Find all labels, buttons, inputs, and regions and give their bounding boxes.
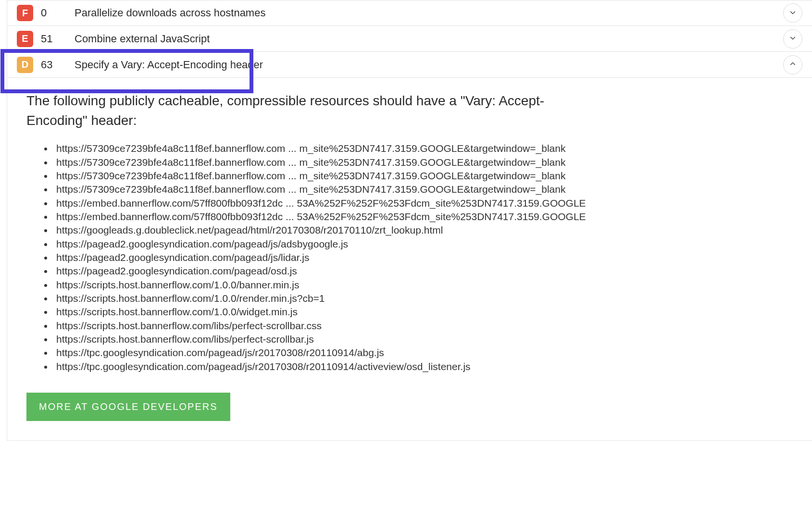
recommendation-row[interactable]: F 0 Parallelize downloads across hostnam… bbox=[7, 0, 812, 26]
grade-badge: D bbox=[17, 57, 33, 73]
score-value: 51 bbox=[33, 33, 75, 45]
resource-url: https://scripts.host.bannerflow.com/1.0.… bbox=[53, 292, 793, 305]
recommendation-title: Combine external JavaScript bbox=[75, 33, 783, 45]
detail-heading: The following publicly cacheable, compre… bbox=[26, 91, 603, 130]
chevron-up-icon bbox=[789, 60, 797, 69]
recommendation-title: Specify a Vary: Accept-Encoding header bbox=[75, 59, 783, 71]
resource-url: https://pagead2.googlesyndication.com/pa… bbox=[53, 264, 793, 278]
resource-url: https://pagead2.googlesyndication.com/pa… bbox=[53, 251, 793, 264]
chevron-down-icon bbox=[789, 34, 797, 43]
resource-url: https://googleads.g.doubleclick.net/page… bbox=[53, 223, 793, 237]
resource-url: https://57309ce7239bfe4a8c11f8ef.bannerf… bbox=[53, 183, 793, 196]
recommendation-row[interactable]: E 51 Combine external JavaScript bbox=[7, 26, 812, 52]
score-value: 63 bbox=[33, 59, 75, 71]
recommendation-title: Parallelize downloads across hostnames bbox=[75, 7, 783, 19]
grade-badge: E bbox=[17, 31, 33, 47]
resource-url-list: https://57309ce7239bfe4a8c11f8ef.bannerf… bbox=[26, 142, 793, 373]
resource-url: https://scripts.host.bannerflow.com/1.0.… bbox=[53, 278, 793, 292]
resource-url: https://scripts.host.bannerflow.com/1.0.… bbox=[53, 305, 793, 319]
more-at-google-developers-button[interactable]: MORE AT GOOGLE DEVELOPERS bbox=[26, 393, 230, 421]
resource-url: https://57309ce7239bfe4a8c11f8ef.bannerf… bbox=[53, 156, 793, 169]
resource-url: https://pagead2.googlesyndication.com/pa… bbox=[53, 237, 793, 251]
expand-toggle[interactable] bbox=[783, 3, 802, 23]
resource-url: https://embed.bannerflow.com/57ff800fbb0… bbox=[53, 210, 793, 223]
resource-url: https://scripts.host.bannerflow.com/libs… bbox=[53, 333, 793, 346]
expand-toggle[interactable] bbox=[783, 29, 802, 49]
score-value: 0 bbox=[33, 7, 75, 19]
resource-url: https://57309ce7239bfe4a8c11f8ef.bannerf… bbox=[53, 142, 793, 155]
resource-url: https://tpc.googlesyndication.com/pagead… bbox=[53, 360, 793, 373]
resource-url: https://scripts.host.bannerflow.com/libs… bbox=[53, 319, 793, 333]
resource-url: https://tpc.googlesyndication.com/pagead… bbox=[53, 346, 793, 359]
recommendation-row[interactable]: D 63 Specify a Vary: Accept-Encoding hea… bbox=[7, 52, 812, 78]
chevron-down-icon bbox=[789, 9, 797, 18]
expand-toggle[interactable] bbox=[783, 55, 802, 74]
resource-url: https://57309ce7239bfe4a8c11f8ef.bannerf… bbox=[53, 169, 793, 183]
resource-url: https://embed.bannerflow.com/57ff800fbb0… bbox=[53, 197, 793, 210]
recommendations-panel: F 0 Parallelize downloads across hostnam… bbox=[7, 0, 812, 441]
grade-badge: F bbox=[17, 5, 33, 21]
recommendation-detail: The following publicly cacheable, compre… bbox=[7, 78, 812, 441]
